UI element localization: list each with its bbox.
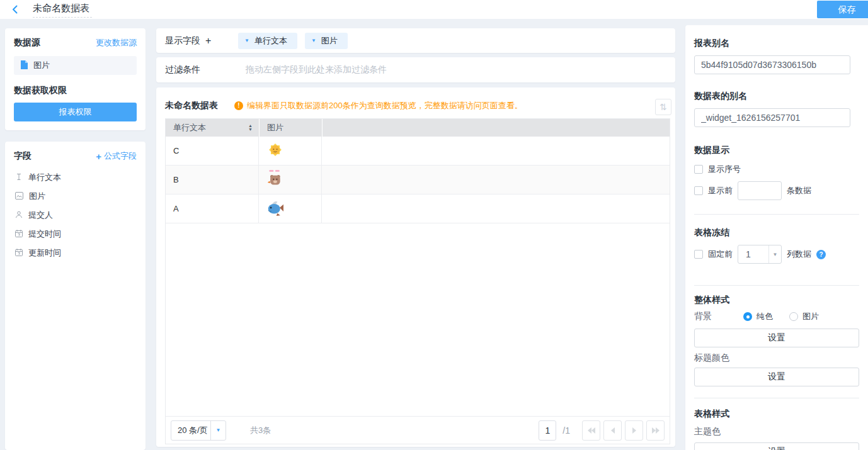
page-size-value: 20 条/页: [171, 425, 210, 436]
report-alias-label: 报表别名: [694, 38, 859, 49]
freeze-checkbox[interactable]: [694, 250, 703, 259]
title-color-label: 标题颜色: [694, 352, 859, 364]
cell-empty: [322, 137, 670, 165]
table-row: B: [166, 166, 670, 194]
current-page-input[interactable]: 1: [539, 420, 556, 441]
report-permission-button[interactable]: 报表权限: [14, 103, 137, 121]
row-limit-input[interactable]: [738, 181, 782, 200]
formula-field-label: 公式字段: [104, 150, 137, 162]
divider: [694, 398, 859, 398]
field-item-submit-time[interactable]: 提交时间: [14, 225, 137, 244]
cell-text: B: [166, 166, 259, 194]
fix-first-label: 固定前: [708, 249, 733, 260]
back-icon[interactable]: [10, 4, 20, 14]
show-first-checkbox[interactable]: [694, 186, 703, 195]
settings-panel: 报表别名 数据表的别名 数据显示 显示序号 显示前 条数据 表格冻结 固定前 1…: [685, 25, 868, 450]
table-alias-label: 数据表的别名: [694, 91, 859, 102]
field-item-update-time[interactable]: 更新时间: [14, 244, 137, 262]
last-page-button[interactable]: [646, 420, 665, 441]
cell-text: C: [166, 137, 259, 165]
field-item-text[interactable]: 单行文本: [14, 168, 137, 187]
field-item-label: 提交人: [28, 210, 53, 221]
theme-color-set-button[interactable]: 设置: [694, 442, 859, 450]
permission-title: 数据获取权限: [14, 85, 137, 96]
chevron-down-icon: ▼: [244, 38, 249, 43]
background-set-button[interactable]: 设置: [694, 329, 859, 347]
chevron-down-icon: ▼: [311, 38, 316, 43]
field-list: 单行文本 图片 提交人 提交时间 更新时间: [14, 168, 137, 262]
freeze-cols-select[interactable]: 1 ▼: [738, 245, 782, 264]
display-fields-label: 显示字段 +: [165, 35, 238, 47]
datasource-item-label: 图片: [33, 60, 50, 71]
datasource-title: 数据源: [14, 37, 40, 48]
table-card: 未命名数据表 ! 编辑界面只取数据源前200条作为查询数据预览，完整数据请访问页…: [156, 87, 675, 447]
save-button[interactable]: 保存: [817, 1, 868, 18]
table-title: 未命名数据表: [165, 100, 218, 111]
page-size-select[interactable]: 20 条/页 ▼: [171, 420, 226, 441]
image-bg-radio[interactable]: [789, 312, 798, 321]
page-title[interactable]: 未命名数据表: [33, 3, 92, 18]
preview-warning: ! 编辑界面只取数据源前200条作为查询数据预览，完整数据请访问页面查看。: [234, 100, 523, 111]
divider: [694, 285, 859, 286]
chevron-down-icon: ▼: [210, 421, 226, 440]
warning-text: 编辑界面只取数据源前200条作为查询数据预览，完整数据请访问页面查看。: [247, 100, 523, 111]
plus-icon: +: [96, 151, 101, 162]
show-index-checkbox[interactable]: [694, 165, 703, 174]
table-style-title: 表格样式: [694, 408, 859, 420]
row-order-button[interactable]: ⇅: [655, 99, 671, 115]
report-alias-input[interactable]: [694, 55, 850, 74]
add-formula-field-link[interactable]: + 公式字段: [96, 150, 137, 162]
table-row: C: [166, 137, 670, 166]
cell-empty: [322, 166, 670, 194]
column-header-empty: [322, 119, 670, 137]
overall-style-title: 整体样式: [694, 295, 859, 306]
page-of-total: /1: [562, 425, 570, 436]
cell-text: A: [166, 194, 259, 223]
filter-label: 过滤条件: [165, 64, 200, 76]
total-count: 共3条: [250, 425, 271, 436]
field-item-label: 更新时间: [28, 247, 61, 259]
field-item-image[interactable]: 图片: [14, 187, 137, 206]
fish-image: [266, 200, 284, 218]
add-field-icon[interactable]: +: [205, 35, 211, 47]
table-header-row: 单行文本 ▲▼ 图片: [166, 119, 670, 137]
rows-suffix-label: 条数据: [787, 185, 811, 196]
help-icon[interactable]: ?: [816, 250, 826, 259]
data-table: 单行文本 ▲▼ 图片 C: [165, 118, 670, 444]
cell-image: [259, 137, 322, 165]
field-item-submitter[interactable]: 提交人: [14, 206, 137, 225]
document-icon: [20, 60, 28, 71]
image-bg-label: 图片: [802, 311, 819, 322]
display-fields-card: 显示字段 + ▼ 单行文本 ▼ 图片: [156, 28, 675, 53]
sort-carets-icon[interactable]: ▲▼: [248, 124, 253, 132]
prev-page-button[interactable]: [603, 420, 622, 441]
datasource-item[interactable]: 图片: [14, 56, 137, 75]
topbar: 未命名数据表 保存: [0, 0, 868, 19]
title-color-set-button[interactable]: 设置: [694, 368, 859, 386]
column-label: 单行文本: [173, 122, 206, 133]
bear-image: [266, 169, 283, 190]
filter-drop-area[interactable]: 拖动左侧字段到此处来添加过滤条件: [246, 64, 387, 76]
column-header-text[interactable]: 单行文本 ▲▼: [166, 119, 259, 137]
background-label: 背景: [694, 311, 743, 322]
fields-title: 字段: [14, 150, 31, 162]
cell-image: [259, 194, 322, 223]
column-header-image: 图片: [259, 119, 322, 137]
filter-card: 过滤条件 拖动左侧字段到此处来添加过滤条件: [156, 57, 675, 82]
field-tag-text[interactable]: ▼ 单行文本: [238, 33, 297, 49]
user-icon: [15, 211, 23, 220]
column-label: 图片: [267, 122, 283, 133]
cols-suffix-label: 列数据: [787, 249, 811, 260]
solid-color-radio[interactable]: [743, 312, 752, 321]
cell-empty: [322, 194, 670, 223]
first-page-button[interactable]: [582, 420, 600, 441]
field-item-label: 提交时间: [28, 228, 61, 240]
field-tag-image[interactable]: ▼ 图片: [305, 33, 348, 49]
warning-icon: !: [234, 101, 243, 110]
freeze-cols-value: 1: [738, 249, 768, 259]
field-item-label: 图片: [29, 191, 45, 202]
show-index-label: 显示序号: [708, 164, 741, 175]
table-alias-input[interactable]: [694, 108, 850, 127]
next-page-button[interactable]: [625, 420, 643, 441]
change-datasource-link[interactable]: 更改数据源: [96, 37, 137, 48]
